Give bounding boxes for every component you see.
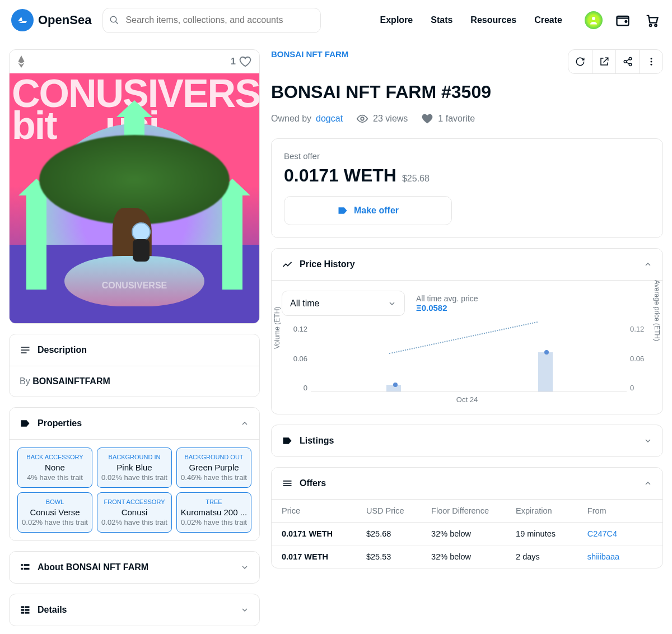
svg-rect-14 xyxy=(25,609,30,610)
svg-point-6 xyxy=(655,25,657,27)
opensea-logo-icon xyxy=(11,9,34,31)
property-rarity: 0.02% have this trait xyxy=(101,518,168,526)
listings-title: Listings xyxy=(300,436,334,446)
svg-point-21 xyxy=(650,61,652,63)
price-history-header[interactable]: Price History xyxy=(272,249,662,281)
svg-point-20 xyxy=(650,58,652,59)
property-rarity: 0.46% have this trait xyxy=(180,473,248,482)
offer-expiration: 19 minutes xyxy=(516,529,587,538)
views-count: 23 views xyxy=(373,114,408,124)
property-card[interactable]: BOWL Conusi Verse 0.02% have this trait xyxy=(17,492,92,533)
svg-rect-15 xyxy=(21,612,25,613)
time-range-select[interactable]: All time xyxy=(282,291,405,316)
property-card[interactable]: BACKGROUND OUT Green Purple 0.46% have t… xyxy=(176,447,251,488)
svg-point-4 xyxy=(625,21,627,22)
properties-title: Properties xyxy=(38,418,82,428)
search-input[interactable] xyxy=(102,8,321,33)
favorite-counter[interactable]: 1 xyxy=(231,55,251,68)
property-type: BACKGROUND OUT xyxy=(180,454,248,460)
wallet-button[interactable] xyxy=(614,11,632,29)
more-button[interactable] xyxy=(639,50,662,73)
property-value: Pink Blue xyxy=(101,463,168,472)
site-logo[interactable]: OpenSea xyxy=(11,9,91,31)
svg-point-22 xyxy=(650,64,652,66)
search-icon xyxy=(109,15,119,25)
svg-point-0 xyxy=(111,16,117,22)
nft-artwork[interactable]: CONUSIVERSEbit usi CONUSIVERSE xyxy=(10,73,259,323)
property-card[interactable]: FRONT ACCESSORY Conusi 0.02% have this t… xyxy=(97,492,172,533)
listings-header[interactable]: Listings xyxy=(272,425,662,456)
action-toolbar xyxy=(568,49,663,74)
chart-icon xyxy=(282,259,293,270)
views-info: 23 views xyxy=(356,113,408,125)
offer-row[interactable]: 0.0171 WETH $25.68 32% below 19 minutes … xyxy=(272,523,662,546)
tag-icon xyxy=(282,435,293,446)
property-value: Conusi xyxy=(101,507,168,517)
offer-floor-diff: 32% below xyxy=(431,552,516,561)
about-header[interactable]: About BONSAI NFT FARM xyxy=(10,552,259,583)
user-avatar[interactable] xyxy=(585,11,603,29)
best-offer-usd: $25.68 xyxy=(402,174,430,184)
property-value: None xyxy=(21,463,88,472)
description-header[interactable]: Description xyxy=(10,334,259,366)
details-title: Details xyxy=(38,605,67,615)
svg-rect-13 xyxy=(21,609,25,610)
best-offer-label: Best offer xyxy=(284,151,650,161)
svg-point-19 xyxy=(629,63,632,66)
property-card[interactable]: BACK ACCESSORY None 4% have this trait xyxy=(17,447,92,488)
offer-floor-diff: 32% below xyxy=(431,529,516,538)
offer-from-link[interactable]: shiiibaaa xyxy=(587,552,652,561)
property-card[interactable]: TREE Kuromatsu 200 ... 0.02% have this t… xyxy=(176,492,251,533)
chevron-down-icon xyxy=(643,436,652,445)
property-card[interactable]: BACKGROUND IN Pink Blue 0.02% have this … xyxy=(97,447,172,488)
nav-explore[interactable]: Explore xyxy=(380,15,413,25)
price-history-title: Price History xyxy=(300,259,355,269)
svg-rect-8 xyxy=(24,564,30,566)
refresh-button[interactable] xyxy=(568,50,592,73)
owner-link[interactable]: dogcat xyxy=(316,114,343,124)
avg-price-value: Ξ0.0582 xyxy=(416,303,478,313)
offers-header[interactable]: Offers xyxy=(272,468,662,500)
heart-icon xyxy=(421,113,433,125)
title-row: BONSAI NFT FARM xyxy=(271,49,663,74)
nav-resources[interactable]: Resources xyxy=(470,15,516,25)
about-title: About BONSAI NFT FARM xyxy=(38,562,148,572)
external-link-button[interactable] xyxy=(592,50,615,73)
properties-header[interactable]: Properties xyxy=(10,408,259,440)
chevron-up-icon xyxy=(643,260,652,269)
eye-icon xyxy=(356,113,368,125)
details-header[interactable]: Details xyxy=(10,594,259,626)
collection-link[interactable]: BONSAI NFT FARM xyxy=(271,49,348,59)
nav-stats[interactable]: Stats xyxy=(431,15,452,25)
owner-info: Owned by dogcat xyxy=(271,114,343,124)
svg-point-18 xyxy=(624,60,627,63)
avg-price-label: All time avg. price xyxy=(416,294,478,303)
description-panel: Description By BONSAINFTFARM xyxy=(9,334,260,397)
chevron-up-icon xyxy=(240,419,249,428)
offer-usd: $25.68 xyxy=(366,529,431,538)
offer-row[interactable]: 0.017 WETH $25.53 32% below 2 days shiii… xyxy=(272,546,662,568)
nav-create[interactable]: Create xyxy=(534,15,562,25)
offer-from-link[interactable]: C247C4 xyxy=(587,529,652,538)
meta-row: Owned by dogcat 23 views 1 favorite xyxy=(271,113,663,125)
description-by: By BONSAINFTFARM xyxy=(20,376,110,386)
listings-panel: Listings xyxy=(271,425,663,457)
nft-title: BONSAI NFT FARM #3509 xyxy=(271,82,663,102)
favorites-count: 1 favorite xyxy=(438,114,475,124)
make-offer-button[interactable]: Make offer xyxy=(284,196,452,225)
property-type: BACKGROUND IN xyxy=(101,454,168,460)
svg-point-5 xyxy=(650,25,652,27)
favorite-count-value: 1 xyxy=(231,57,236,67)
main-nav: Explore Stats Resources Create xyxy=(380,15,562,25)
offers-panel: Offers Price USD Price Floor Difference … xyxy=(271,467,663,568)
share-button[interactable] xyxy=(615,50,639,73)
svg-rect-9 xyxy=(21,568,23,570)
brand-name: OpenSea xyxy=(38,13,91,27)
svg-line-1 xyxy=(116,22,118,24)
properties-grid: BACK ACCESSORY None 4% have this trait B… xyxy=(10,440,259,540)
offer-expiration: 2 days xyxy=(516,552,587,561)
cart-button[interactable] xyxy=(643,11,661,29)
nft-image-topbar: 1 xyxy=(10,50,259,73)
description-body: By BONSAINFTFARM xyxy=(10,366,259,397)
svg-point-17 xyxy=(629,58,632,60)
